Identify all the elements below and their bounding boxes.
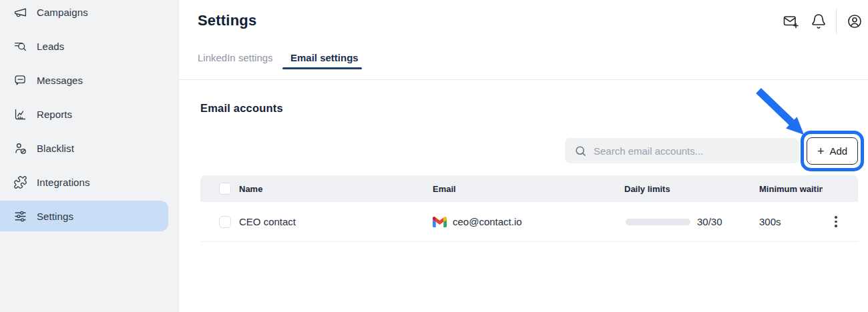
header-divider bbox=[836, 9, 837, 34]
sidebar-item-label: Integrations bbox=[37, 177, 90, 188]
sidebar-item-label: Blacklist bbox=[37, 143, 74, 154]
sidebar-item-settings[interactable]: Settings bbox=[0, 201, 168, 231]
header-checkbox-cell bbox=[200, 183, 239, 195]
tab-email-settings[interactable]: Email settings bbox=[290, 52, 359, 63]
tab-linkedin-settings[interactable]: LinkedIn settings bbox=[198, 52, 273, 63]
email-accounts-table: Name Email Daily limits Minimum waiting … bbox=[200, 175, 858, 242]
sidebar-item-label: Campaigns bbox=[37, 7, 88, 18]
minimum-waiting-value: 300s bbox=[756, 216, 823, 227]
page-title: Settings bbox=[198, 12, 256, 29]
bell-icon[interactable] bbox=[811, 13, 827, 29]
row-actions-cell bbox=[823, 213, 858, 230]
sidebar-item-label: Settings bbox=[37, 211, 73, 222]
search-icon bbox=[574, 145, 587, 157]
search-input[interactable] bbox=[594, 145, 799, 157]
daily-limit-progressbar bbox=[626, 219, 690, 225]
sidebar-item-leads[interactable]: Leads bbox=[0, 31, 168, 61]
mail-plus-icon[interactable] bbox=[783, 13, 799, 29]
sidebar-item-label: Leads bbox=[37, 41, 64, 52]
add-button[interactable]: + Add bbox=[807, 137, 858, 165]
column-header-email: Email bbox=[433, 184, 624, 194]
user-block-icon bbox=[13, 141, 27, 155]
puzzle-icon bbox=[13, 175, 27, 189]
add-button-label: Add bbox=[829, 145, 847, 157]
table-row: CEO contact ceo@contact.io 30/30 300s bbox=[200, 202, 858, 242]
sidebar-item-integrations[interactable]: Integrations bbox=[0, 167, 168, 197]
app-window: Campaigns Leads Messages Reports bbox=[0, 0, 868, 312]
column-header-name: Name bbox=[239, 184, 433, 194]
sidebar-nav: Campaigns Leads Messages Reports bbox=[0, 0, 168, 235]
tabs-bottom-divider bbox=[179, 79, 868, 80]
daily-limits-cell: 30/30 bbox=[624, 216, 756, 227]
account-email: ceo@contact.io bbox=[453, 216, 522, 227]
lead-search-icon bbox=[13, 39, 27, 53]
active-tab-underline bbox=[282, 67, 362, 69]
select-all-checkbox[interactable] bbox=[219, 183, 231, 195]
sidebar-item-campaigns[interactable]: Campaigns bbox=[0, 0, 168, 27]
sidebar: Campaigns Leads Messages Reports bbox=[0, 0, 179, 312]
table-header-row: Name Email Daily limits Minimum waiting bbox=[200, 175, 858, 202]
row-checkbox-cell bbox=[200, 216, 239, 228]
column-header-minimum-waiting: Minimum waiting bbox=[756, 184, 823, 194]
row-checkbox[interactable] bbox=[219, 216, 231, 228]
sidebar-item-reports[interactable]: Reports bbox=[0, 99, 168, 129]
search-email-accounts bbox=[565, 138, 799, 163]
user-avatar-icon[interactable] bbox=[847, 13, 863, 29]
daily-limit-label: 30/30 bbox=[697, 216, 722, 227]
main-content: Settings LinkedIn settings Email setting… bbox=[180, 0, 868, 312]
sidebar-item-blacklist[interactable]: Blacklist bbox=[0, 133, 168, 163]
account-name: CEO contact bbox=[239, 216, 433, 227]
kebab-menu-icon[interactable] bbox=[832, 213, 840, 230]
column-header-daily-limits: Daily limits bbox=[624, 184, 756, 194]
sidebar-item-label: Reports bbox=[37, 109, 72, 120]
gmail-icon bbox=[433, 217, 447, 227]
sidebar-item-messages[interactable]: Messages bbox=[0, 65, 168, 95]
sidebar-item-label: Messages bbox=[37, 75, 83, 86]
chart-icon bbox=[13, 107, 27, 121]
chat-bubble-icon bbox=[13, 73, 27, 87]
plus-icon: + bbox=[817, 145, 825, 157]
megaphone-icon bbox=[13, 5, 27, 19]
account-email-cell: ceo@contact.io bbox=[433, 216, 624, 227]
section-title: Email accounts bbox=[200, 102, 283, 115]
sliders-icon bbox=[13, 209, 27, 223]
